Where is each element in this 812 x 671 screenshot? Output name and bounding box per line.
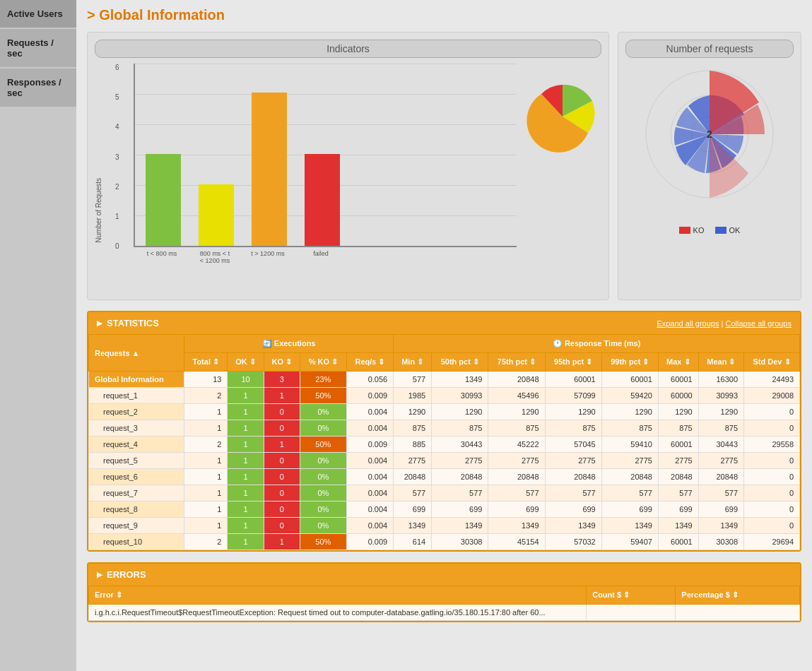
row-total-2: 1 — [184, 404, 228, 420]
row-name-7: request_7 — [89, 485, 184, 501]
y-axis-title: Number of Requests — [95, 178, 102, 243]
row-val-5-3: 2775 — [488, 453, 545, 469]
row-val-7-4: 577 — [545, 485, 601, 501]
error-row-0: i.g.h.c.i.RequestTimeout$RequestTimeoutE… — [89, 605, 587, 621]
row-val-7-2: 577 — [432, 485, 488, 501]
row-val-3-4: 875 — [545, 420, 601, 437]
row-val-8-4: 699 — [545, 501, 601, 518]
row-val-10-4: 57032 — [545, 534, 601, 550]
row-name-3: request_3 — [89, 420, 184, 437]
row-val-6-1: 20848 — [394, 469, 432, 485]
row-name-10: request_10 — [89, 534, 184, 550]
row-val-5-8: 0 — [744, 453, 800, 469]
row-name-6: request_6 — [89, 469, 184, 485]
row-val-2-8: 0 — [744, 404, 800, 420]
row-ko-8: 0 — [264, 501, 300, 518]
row-val-10-3: 45154 — [488, 534, 545, 550]
legend-ok: OK — [715, 226, 741, 234]
row-ko-0: 3 — [264, 372, 300, 388]
row-val-8-6: 699 — [658, 501, 698, 518]
row-val-7-0: 0.004 — [346, 485, 393, 501]
col-response-time: 🕐 Response Time (ms) — [394, 335, 800, 353]
row-total-4: 2 — [184, 437, 228, 453]
row-val-3-2: 875 — [432, 420, 488, 437]
row-name-8: request_8 — [89, 501, 184, 518]
row-ok-5: 1 — [228, 453, 264, 469]
row-val-6-6: 20848 — [658, 469, 698, 485]
row-ok-4: 1 — [228, 437, 264, 453]
x-label-1: 800 ms < t < 1200 ms — [197, 250, 233, 264]
col-req-s: Req/s ⇕ — [346, 353, 393, 372]
bar-0 — [146, 154, 181, 246]
row-val-4-2: 30443 — [432, 437, 488, 453]
requests-panel: Number of requests — [618, 32, 801, 300]
row-val-10-8: 29694 — [744, 534, 800, 550]
row-val-10-6: 60001 — [658, 534, 698, 550]
bar-group-2 — [252, 93, 287, 246]
x-label-0: t < 800 ms — [144, 250, 180, 264]
row-total-0: 13 — [184, 372, 228, 388]
row-val-9-6: 1349 — [658, 518, 698, 534]
row-val-1-5: 59420 — [601, 388, 658, 404]
row-val-3-3: 875 — [488, 420, 545, 437]
row-val-4-3: 45222 — [488, 437, 545, 453]
col-std-dev: Std Dev ⇕ — [744, 353, 800, 372]
row-val-6-7: 20848 — [698, 469, 743, 485]
row-total-6: 1 — [184, 469, 228, 485]
row-val-2-7: 1290 — [698, 404, 743, 420]
row-val-10-0: 0.009 — [346, 534, 393, 550]
row-total-9: 1 — [184, 518, 228, 534]
row-val-9-1: 1349 — [394, 518, 432, 534]
row-val-6-8: 0 — [744, 469, 800, 485]
errors-header: ERRORS — [88, 564, 800, 586]
col-pct-ko: % KO ⇕ — [300, 353, 347, 372]
row-val-8-5: 699 — [601, 501, 658, 518]
expand-all-link[interactable]: Expand all groups — [657, 319, 719, 328]
row-pct-ko-2: 0% — [300, 404, 347, 420]
legend: KO OK — [679, 226, 741, 234]
row-val-0-1: 577 — [394, 372, 432, 388]
row-val-1-1: 1985 — [394, 388, 432, 404]
legend-ko-label: KO — [693, 226, 705, 234]
row-val-7-8: 0 — [744, 485, 800, 501]
col-max: Max ⇕ — [658, 353, 698, 372]
sidebar-item-responses-sec[interactable]: Responses / sec — [0, 69, 76, 107]
row-total-1: 2 — [184, 388, 228, 404]
statistics-header: STATISTICS Expand all groups | Collapse … — [88, 312, 800, 334]
row-pct-ko-7: 0% — [300, 485, 347, 501]
pie-chart-container — [524, 64, 601, 155]
pie-chart — [524, 78, 601, 155]
row-val-9-0: 0.004 — [346, 518, 393, 534]
row-val-2-5: 1290 — [601, 404, 658, 420]
row-val-4-0: 0.009 — [346, 437, 393, 453]
row-val-7-5: 577 — [601, 485, 658, 501]
row-pct-ko-8: 0% — [300, 501, 347, 518]
sidebar-item-requests-sec[interactable]: Requests / sec — [0, 29, 76, 67]
page-title: Global Information — [87, 7, 801, 23]
row-val-0-7: 16300 — [698, 372, 743, 388]
row-val-3-6: 875 — [658, 420, 698, 437]
row-val-9-7: 1349 — [698, 518, 743, 534]
collapse-all-link[interactable]: Collapse all groups — [725, 319, 792, 328]
row-val-2-4: 1290 — [545, 404, 601, 420]
row-val-1-3: 45496 — [488, 388, 545, 404]
row-val-1-6: 60000 — [658, 388, 698, 404]
row-val-0-6: 60001 — [658, 372, 698, 388]
row-val-8-1: 699 — [394, 501, 432, 518]
row-val-5-2: 2775 — [432, 453, 488, 469]
errors-table: Error ⇕ Count $ ⇕ Percentage $ ⇕ i.g.h.c… — [88, 586, 800, 621]
statistics-actions: Expand all groups | Collapse all groups — [657, 319, 792, 328]
bar-group-1 — [199, 184, 234, 246]
row-val-7-7: 577 — [698, 485, 743, 501]
row-val-9-5: 1349 — [601, 518, 658, 534]
row-ok-1: 1 — [228, 388, 264, 404]
row-val-5-5: 2775 — [601, 453, 658, 469]
sidebar-item-active-users[interactable]: Active Users — [0, 0, 76, 28]
row-val-5-6: 2775 — [658, 453, 698, 469]
row-val-6-0: 0.004 — [346, 469, 393, 485]
row-val-2-3: 1290 — [488, 404, 545, 420]
row-val-9-8: 0 — [744, 518, 800, 534]
row-pct-ko-3: 0% — [300, 420, 347, 437]
col-p75: 75th pct ⇕ — [488, 353, 545, 372]
indicators-panel: Indicators Number of Requests 0 1 2 — [87, 32, 609, 300]
